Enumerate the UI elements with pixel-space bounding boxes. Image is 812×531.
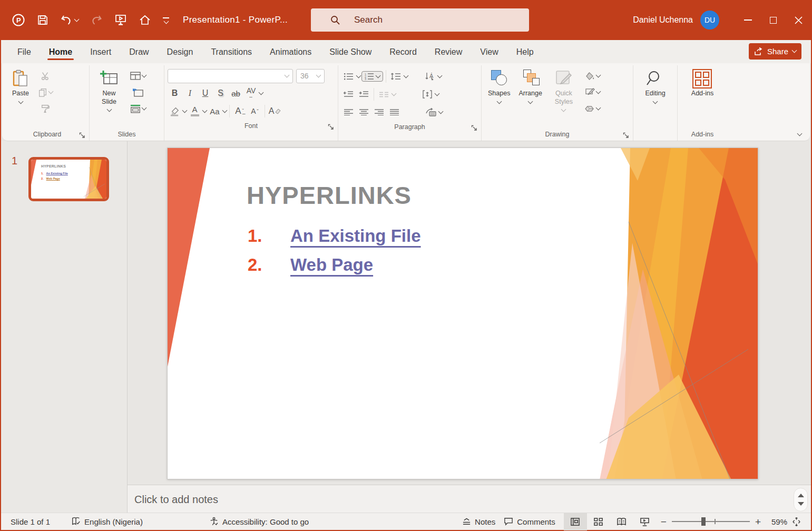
- search-input[interactable]: [354, 15, 512, 25]
- align-left-button[interactable]: [341, 105, 356, 120]
- shape-effects-button[interactable]: [582, 101, 603, 116]
- home-button[interactable]: [139, 14, 151, 26]
- tab-record[interactable]: Record: [380, 43, 426, 61]
- shape-fill-button[interactable]: [582, 68, 603, 83]
- change-case-chevron[interactable]: [222, 107, 228, 113]
- bold-button[interactable]: B: [168, 86, 182, 101]
- comments-toggle-button[interactable]: Comments: [500, 513, 560, 530]
- numbering-button-selected[interactable]: 123: [361, 71, 383, 82]
- customize-qat-button[interactable]: [163, 17, 169, 23]
- align-text-button[interactable]: [420, 87, 434, 102]
- line-spacing-chevron[interactable]: [404, 73, 409, 78]
- slide-title-text[interactable]: HYPERLINKS: [247, 181, 412, 210]
- tab-file[interactable]: File: [8, 43, 40, 61]
- decrease-font-button[interactable]: A˘: [248, 104, 262, 119]
- addins-button[interactable]: Add-ins: [688, 66, 717, 128]
- reading-view-button[interactable]: [610, 513, 633, 530]
- zoom-in-button[interactable]: +: [755, 517, 761, 527]
- notes-toggle-button[interactable]: Notes: [458, 513, 500, 530]
- increase-indent-button[interactable]: [357, 87, 371, 102]
- bullets-chevron[interactable]: [356, 73, 361, 78]
- align-center-button[interactable]: [357, 105, 371, 120]
- notes-pane[interactable]: Click to add notes: [128, 485, 811, 514]
- app-menu-button[interactable]: P: [12, 13, 25, 27]
- line-spacing-button[interactable]: [389, 70, 403, 84]
- previous-slide-button[interactable]: [798, 494, 804, 497]
- tab-help[interactable]: Help: [507, 43, 543, 61]
- tab-review[interactable]: Review: [426, 43, 471, 61]
- paste-chevron[interactable]: [18, 99, 23, 104]
- shapes-chevron[interactable]: [496, 99, 502, 104]
- shape-outline-button[interactable]: [582, 85, 603, 100]
- close-button[interactable]: [786, 0, 811, 40]
- italic-button[interactable]: I: [183, 86, 197, 101]
- text-shadow-button[interactable]: S: [213, 86, 228, 101]
- slide-sorter-view-button[interactable]: [587, 513, 610, 530]
- clear-formatting-button[interactable]: A: [268, 104, 282, 119]
- convert-smartart-button[interactable]: [424, 105, 438, 120]
- next-slide-button[interactable]: [798, 502, 804, 506]
- increase-font-button[interactable]: Aˇ̲: [232, 104, 247, 119]
- collapse-ribbon-chevron[interactable]: [797, 131, 803, 136]
- arrange-button[interactable]: Arrange: [515, 66, 545, 128]
- editing-button[interactable]: Editing: [642, 66, 668, 128]
- align-text-chevron[interactable]: [435, 91, 440, 96]
- tab-home[interactable]: Home: [40, 43, 81, 61]
- normal-view-button[interactable]: [564, 513, 587, 530]
- slide-indicator[interactable]: Slide 1 of 1: [6, 513, 54, 530]
- tab-view[interactable]: View: [471, 43, 507, 61]
- numbering-chevron[interactable]: [376, 73, 381, 78]
- new-slide-chevron[interactable]: [106, 107, 112, 112]
- character-spacing-button[interactable]: AV ↔: [244, 86, 258, 101]
- start-slideshow-button[interactable]: [114, 14, 127, 26]
- minimize-button[interactable]: [735, 0, 760, 40]
- paste-button[interactable]: Paste: [8, 66, 33, 128]
- search-box[interactable]: [311, 8, 529, 32]
- spell-check-button[interactable]: English (Nigeria): [67, 513, 147, 530]
- font-name-combo[interactable]: [168, 69, 293, 83]
- decrease-indent-button[interactable]: [341, 87, 356, 102]
- align-right-button[interactable]: [372, 105, 386, 120]
- fit-slide-to-window-button[interactable]: [787, 513, 806, 530]
- font-size-combo[interactable]: [296, 69, 325, 83]
- zoom-slider[interactable]: [672, 521, 750, 522]
- tab-design[interactable]: Design: [158, 43, 202, 61]
- share-button[interactable]: Share: [749, 43, 801, 60]
- tab-slide-show[interactable]: Slide Show: [320, 43, 380, 61]
- strikethrough-button[interactable]: ab: [229, 86, 243, 101]
- tab-draw[interactable]: Draw: [120, 43, 158, 61]
- slideshow-view-button[interactable]: [633, 513, 657, 530]
- font-size-input[interactable]: [300, 72, 314, 80]
- editing-chevron[interactable]: [653, 99, 658, 104]
- change-case-button[interactable]: Aa: [208, 104, 222, 119]
- justify-button[interactable]: [387, 105, 402, 120]
- slide-thumbnail-selected[interactable]: HYPERLINKS 1. An Existing File 2. Web Pa…: [28, 157, 109, 201]
- accessibility-checker-button[interactable]: Accessibility: Good to go: [205, 513, 313, 530]
- undo-dropdown-chevron[interactable]: [74, 16, 80, 22]
- hyperlink-existing-file[interactable]: An Existing File: [290, 226, 421, 246]
- underline-button[interactable]: U: [198, 86, 212, 101]
- maximize-button[interactable]: [760, 0, 786, 40]
- zoom-slider-thumb[interactable]: [701, 517, 706, 526]
- hyperlink-web-page[interactable]: Web Page: [290, 255, 373, 275]
- clipboard-dialog-launcher[interactable]: [79, 132, 85, 138]
- reset-slide-button[interactable]: [128, 85, 149, 100]
- arrange-chevron[interactable]: [528, 99, 533, 104]
- font-color-button[interactable]: A: [188, 104, 202, 119]
- slide-layout-button[interactable]: [128, 68, 149, 83]
- columns-chevron[interactable]: [392, 91, 397, 96]
- bullets-button[interactable]: [341, 70, 356, 84]
- highlight-button[interactable]: [168, 104, 182, 119]
- user-avatar[interactable]: DU: [700, 11, 719, 30]
- new-slide-button[interactable]: New Slide: [93, 66, 125, 128]
- section-button[interactable]: [128, 101, 149, 116]
- tab-animations[interactable]: Animations: [261, 43, 320, 61]
- text-direction-chevron[interactable]: [437, 73, 443, 78]
- columns-button[interactable]: [377, 87, 391, 102]
- drawing-dialog-launcher[interactable]: [623, 132, 629, 138]
- font-name-input[interactable]: [172, 72, 285, 80]
- convert-smartart-chevron[interactable]: [438, 109, 444, 114]
- tab-transitions[interactable]: Transitions: [202, 43, 261, 61]
- slide[interactable]: HYPERLINKS 1. An Existing File 2. Web Pa…: [167, 148, 758, 479]
- font-color-chevron[interactable]: [202, 107, 208, 113]
